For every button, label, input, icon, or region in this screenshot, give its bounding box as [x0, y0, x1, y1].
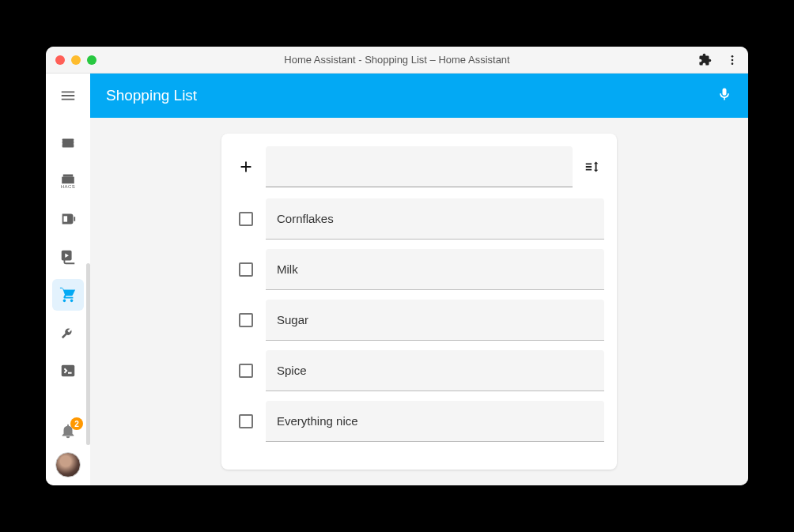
item-checkbox[interactable] [239, 364, 253, 378]
main-area: Shopping List [90, 74, 748, 485]
svg-point-1 [732, 58, 734, 61]
sidebar-item-devtools[interactable] [52, 317, 84, 349]
hamburger-button[interactable] [46, 74, 90, 118]
user-avatar[interactable] [55, 452, 81, 477]
item-list [234, 198, 604, 442]
zoom-window-button[interactable] [87, 55, 96, 65]
extensions-icon[interactable] [698, 53, 712, 66]
window-title: Home Assistant - Shopping List – Home As… [46, 54, 748, 66]
new-item-input[interactable] [266, 146, 573, 187]
svg-rect-10 [64, 216, 68, 221]
item-row [234, 198, 604, 240]
svg-point-0 [732, 55, 734, 58]
item-row [234, 249, 604, 290]
sidebar-item-hacs[interactable]: HACS [52, 165, 84, 197]
item-row [234, 300, 604, 341]
svg-rect-3 [62, 139, 74, 148]
item-checkbox[interactable] [239, 262, 253, 277]
page-title: Shopping List [106, 87, 197, 104]
item-checkbox[interactable] [239, 414, 253, 428]
item-row [234, 350, 604, 391]
appbar: Shopping List [90, 74, 748, 118]
svg-rect-6 [74, 140, 75, 141]
svg-rect-13 [62, 365, 75, 377]
titlebar: Home Assistant - Shopping List – Home As… [46, 47, 748, 74]
svg-rect-4 [61, 140, 62, 141]
item-name-input[interactable] [266, 249, 604, 290]
sidebar-item-energy[interactable] [52, 203, 84, 235]
svg-rect-5 [61, 143, 62, 145]
window-controls [55, 55, 96, 65]
sidebar-item-overview[interactable] [52, 127, 84, 159]
add-item-button[interactable] [234, 158, 258, 175]
item-name-input[interactable] [266, 350, 604, 391]
minimize-window-button[interactable] [71, 55, 81, 65]
add-item-row [234, 146, 604, 187]
item-checkbox[interactable] [239, 313, 253, 327]
close-window-button[interactable] [55, 55, 65, 65]
item-name-input[interactable] [266, 401, 604, 442]
sidebar-item-terminal[interactable] [52, 355, 84, 387]
svg-rect-8 [62, 177, 74, 184]
item-row [234, 401, 604, 442]
item-name-input[interactable] [266, 300, 604, 341]
notification-badge: 2 [70, 417, 83, 430]
app-window: Home Assistant - Shopping List – Home As… [46, 47, 748, 485]
sidebar: HACS [46, 74, 90, 485]
svg-point-2 [732, 62, 734, 65]
browser-menu-icon[interactable] [726, 54, 739, 66]
sort-button[interactable] [580, 158, 604, 175]
sidebar-item-shopping-list[interactable] [52, 279, 84, 311]
shopping-list-card [221, 134, 617, 470]
item-name-input[interactable] [266, 198, 604, 240]
hacs-label: HACS [61, 184, 76, 189]
sidebar-item-media[interactable] [52, 241, 84, 273]
notifications-button[interactable]: 2 [59, 422, 77, 443]
svg-rect-9 [63, 175, 73, 177]
item-checkbox[interactable] [239, 212, 253, 226]
voice-button[interactable] [716, 86, 732, 106]
sidebar-scrollbar[interactable] [86, 263, 90, 445]
svg-rect-7 [74, 143, 75, 145]
